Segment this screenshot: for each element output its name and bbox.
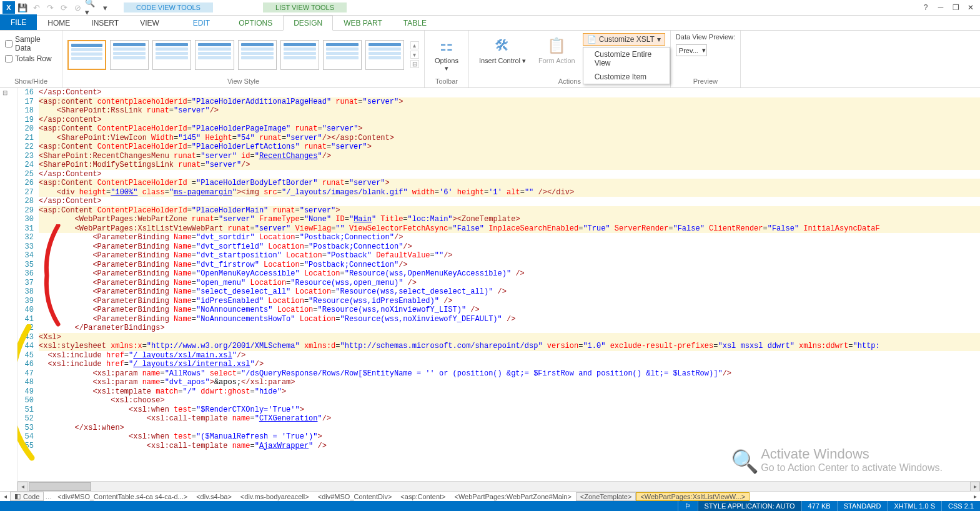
view-style-4[interactable] [195, 40, 234, 70]
scroll-thumb[interactable] [29, 482, 91, 491]
preview-dropdown-icon[interactable]: 🔍▾ [85, 1, 97, 14]
view-style-7[interactable] [323, 40, 362, 70]
save-icon[interactable]: 💾 [16, 1, 29, 14]
preview-combo[interactable]: Prev...▾ [676, 44, 707, 56]
code-line[interactable]: 30 <WebPartPages:WebPartZone runat="serv… [17, 215, 980, 224]
bc-item[interactable]: <div#MSO_ContentDiv> [314, 492, 397, 501]
bc-item[interactable]: <div#MSO_ContentTable.s4-ca s4-ca-d...> [53, 492, 192, 501]
code-line[interactable]: 26<asp:Content ContentPlaceHolderId ="Pl… [17, 179, 980, 188]
code-line[interactable]: 37 <ParameterBinding Name="open_menu" Lo… [17, 279, 980, 288]
code-line[interactable]: 41 <ParameterBinding Name="NoAnnouncemen… [17, 315, 980, 324]
tab-design[interactable]: DESIGN [283, 16, 333, 31]
menu-customize-entire-view[interactable]: Customize Entire View [583, 47, 670, 70]
code-line[interactable]: 52 <xsl:call-template name="CTXGeneratio… [17, 414, 980, 424]
code-line[interactable]: 22<asp:Content ContentPlaceHolderId="Pla… [17, 142, 980, 152]
code-line[interactable]: 18 <SharePoint:RssLink runat="server"/> [17, 106, 980, 116]
bc-right-icon[interactable]: ▸ [970, 492, 980, 502]
view-style-2[interactable] [110, 40, 149, 70]
tab-file[interactable]: FILE [0, 14, 37, 30]
totals-row-checkbox[interactable]: Totals Row [5, 54, 57, 63]
code-line[interactable]: 20<asp:Content ContentPlaceHolderId="Pla… [17, 124, 980, 134]
minimize-icon[interactable]: ─ [934, 1, 948, 14]
undo-icon[interactable]: ↶ [30, 1, 42, 14]
tab-edit[interactable]: EDIT [182, 16, 220, 30]
status-style-app[interactable]: STYLE APPLICATION: AUTO [698, 501, 801, 511]
code-line[interactable]: 39 <ParameterBinding Name="idPresEnabled… [17, 297, 980, 306]
insert-control-button[interactable]: 🛠 Insert Control ▾ [474, 33, 531, 67]
code-line[interactable]: 27 <div height="100%" class="ms-pagemarg… [17, 188, 980, 197]
sample-data-checkbox[interactable]: Sample Data [5, 35, 57, 52]
code-line[interactable]: 43<Xsl> [17, 333, 980, 342]
restore-icon[interactable]: ❐ [949, 1, 963, 14]
code-line[interactable]: 46 <xsl:include href="/_layouts/xsl/inte… [17, 360, 980, 369]
code-line[interactable]: 23<SharePoint:RecentChangesMenu runat="s… [17, 152, 980, 161]
code-line[interactable]: 36 <ParameterBinding Name="OpenMenuKeyAc… [17, 269, 980, 279]
code-line[interactable]: 35 <ParameterBinding Name="dvt_firstrow"… [17, 260, 980, 270]
gallery-more-icon[interactable]: ⊟ [410, 60, 419, 68]
code-line[interactable]: 17<asp:content contentplaceholderid="Pla… [17, 97, 980, 107]
gallery-up-icon[interactable]: ▴ [410, 41, 419, 49]
code-line[interactable]: 48 <xsl:param name="dvt_apos">&apos;</xs… [17, 378, 980, 387]
help-icon[interactable]: ? [919, 1, 933, 14]
code-editor[interactable]: 16</asp:Content>17<asp:content contentpl… [17, 88, 980, 491]
scroll-left-icon[interactable]: ◂ [17, 482, 27, 492]
view-style-5[interactable] [238, 40, 277, 70]
code-line[interactable]: 25</asp:Content> [17, 170, 980, 179]
bc-item-active[interactable]: <WebPartPages:XsltListViewW...> [636, 492, 750, 501]
code-line[interactable]: 42 </ParameterBindings> [17, 324, 980, 333]
code-line[interactable]: 34 <ParameterBinding Name="dvt_startposi… [17, 251, 980, 260]
tab-home[interactable]: HOME [37, 16, 81, 30]
code-line[interactable]: 33 <ParameterBinding Name="dvt_sortfield… [17, 242, 980, 252]
bc-left-icon[interactable]: ◂ [0, 492, 10, 502]
code-line[interactable]: 45 <xsl:include href="/_layouts/xsl/main… [17, 351, 980, 360]
options-button[interactable]: ⚏ Options▾ [430, 33, 463, 74]
status-xhtml[interactable]: XHTML 1.0 S [887, 501, 941, 511]
bc-item[interactable]: <ZoneTemplate> [576, 492, 636, 501]
code-line[interactable]: 49 <xsl:template match="/" ddwrt:ghost="… [17, 387, 980, 397]
scroll-right-icon[interactable]: ▸ [970, 482, 980, 492]
status-errors-icon[interactable]: 🏳 [678, 501, 698, 511]
qat-customize-icon[interactable]: ▾ [99, 1, 111, 14]
status-css[interactable]: CSS 2.1 [941, 501, 980, 511]
close-icon[interactable]: ✕ [964, 1, 978, 14]
code-line[interactable]: 19</asp:content> [17, 116, 980, 125]
customize-xslt-button[interactable]: 📄 Customize XSLT ▾ [583, 33, 665, 46]
view-style-6[interactable] [280, 40, 319, 70]
bc-item[interactable]: <div.s4-ba> [192, 492, 236, 501]
tab-view[interactable]: VIEW [129, 16, 170, 30]
code-line[interactable]: 31 <WebPartPages:XsltListViewWebPart run… [17, 224, 980, 234]
redo-icon[interactable]: ↷ [44, 1, 56, 14]
view-style-3[interactable] [152, 40, 191, 70]
bc-code-mode[interactable]: ◧Code [10, 492, 44, 501]
bc-item[interactable]: <WebPartPages:WebPartZone#Main> [450, 492, 576, 501]
code-line[interactable]: 50 <xsl:choose> [17, 396, 980, 405]
code-line[interactable]: 21 <SharePoint:ViewIcon Width="145" Heig… [17, 134, 980, 143]
refresh-icon[interactable]: ⟳ [57, 1, 70, 14]
code-line[interactable]: 29<asp:Content ContentPlaceHolderId="Pla… [17, 206, 980, 216]
code-line[interactable]: 54 <xsl:when test="($ManualRefresh = 'Tr… [17, 432, 980, 442]
code-line[interactable]: 55 <xsl:call-template name="AjaxWrapper"… [17, 442, 980, 451]
tab-webpart[interactable]: WEB PART [333, 16, 393, 30]
code-line[interactable]: 38 <ParameterBinding Name="select_desele… [17, 287, 980, 297]
tab-table[interactable]: TABLE [393, 16, 437, 30]
bc-item[interactable]: <div.ms-bodyareacell> [236, 492, 314, 501]
tab-insert[interactable]: INSERT [81, 16, 129, 30]
gallery-down-icon[interactable]: ▾ [410, 51, 419, 59]
bc-item[interactable]: <asp:Content> [396, 492, 450, 501]
horizontal-scrollbar[interactable]: ◂ ▸ [17, 481, 980, 491]
code-line[interactable]: 16</asp:Content> [17, 88, 980, 97]
view-style-1[interactable] [67, 40, 106, 70]
stop-icon[interactable]: ⊘ [71, 1, 84, 14]
code-line[interactable]: 40 <ParameterBinding Name="NoAnnouncemen… [17, 305, 980, 315]
code-line[interactable]: 51 <xsl:when test="$RenderCTXOnly='True'… [17, 405, 980, 415]
menu-customize-item[interactable]: Customize Item [583, 70, 670, 84]
tab-options[interactable]: OPTIONS [228, 16, 283, 30]
code-line[interactable]: 32 <ParameterBinding Name="dvt_sortdir" … [17, 233, 980, 242]
code-line[interactable]: 44<xsl:stylesheet xmlns:x="http://www.w3… [17, 342, 980, 351]
app-icon[interactable]: X [2, 1, 15, 14]
view-style-8[interactable] [365, 40, 404, 70]
code-line[interactable]: 53 </xsl:when> [17, 424, 980, 433]
code-line[interactable]: 47 <xsl:param name="AllRows" select="/ds… [17, 369, 980, 379]
code-line[interactable]: 28</asp:Content> [17, 197, 980, 206]
code-line[interactable]: 24<SharePoint:ModifySettingsLink runat="… [17, 161, 980, 170]
